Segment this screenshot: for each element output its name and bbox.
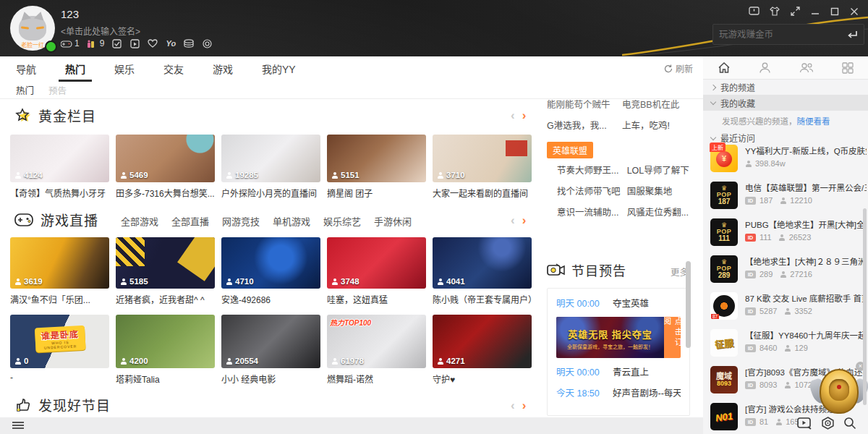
game-category-tag[interactable]: 英雄联盟 xyxy=(547,142,593,158)
channel-item[interactable]: ♛POP187 电信【英雄联盟】第一开黑公会/三角洲 ID187 12210 xyxy=(710,180,866,213)
person-icon xyxy=(226,278,232,285)
video-hall-icon[interactable] xyxy=(797,417,812,430)
section-my-channels[interactable]: 我的频道 xyxy=(703,80,868,95)
tab-hot[interactable]: 热门 xyxy=(65,61,85,76)
live-card[interactable]: 20554 小小 经典电影 xyxy=(221,315,320,385)
subtab-hot[interactable]: 热门 xyxy=(16,83,34,97)
tab-entertainment[interactable]: 娱乐 xyxy=(114,61,135,76)
channel-item[interactable]: 87 87 K歌 交友 Live 底薪招歌手 首页排行 ID5287 3352 xyxy=(710,291,866,324)
tab-games[interactable]: 游戏 xyxy=(213,61,233,76)
mini-mode-icon[interactable] xyxy=(790,6,801,17)
live-card[interactable]: 4200 塔莉娅Talia xyxy=(116,315,215,385)
live-card[interactable]: 热力TOP100 61978 燃舞蹈-诺然 xyxy=(327,315,426,385)
next-arrow-icon[interactable]: › xyxy=(522,109,527,122)
coins-icon[interactable] xyxy=(183,38,195,48)
main-scrollbar-thumb[interactable] xyxy=(686,261,691,348)
topic-row: G港选我，我... 上车，吃鸡! xyxy=(547,116,690,137)
topic-item[interactable]: 打野带飞全场 xyxy=(557,224,627,227)
subtab-preview[interactable]: 预告 xyxy=(48,83,67,97)
signature-input[interactable]: <单击此处输入签名> xyxy=(61,25,140,37)
menu-icon[interactable] xyxy=(12,422,24,423)
topic-item[interactable]: LOL导师了解下 xyxy=(627,161,690,182)
live-card[interactable]: 5185 近猪者疯，近我者甜^ ^ xyxy=(116,237,215,305)
topic-item[interactable]: G港选我，我... xyxy=(547,116,622,137)
game-tab-variety[interactable]: 娱乐综艺 xyxy=(323,214,361,228)
channel-item[interactable]: ♛POP289 【绝地求生】[大神]２８９三角洲/联盟/ ID289 27216 xyxy=(710,254,866,287)
game-tab-mobile[interactable]: 手游休闲 xyxy=(374,214,412,228)
minimize-button[interactable] xyxy=(810,7,820,17)
sidebar-scrollbar-thumb[interactable] xyxy=(863,208,867,405)
tab-friends[interactable]: 交友 xyxy=(163,61,184,76)
maximize-button[interactable] xyxy=(830,7,840,17)
refresh-button[interactable]: 刷新 xyxy=(664,62,693,75)
channel-id-icon: ID xyxy=(745,271,756,278)
subscribe-banner[interactable]: 英雄无限 指尖夺宝 全新保皇游戏，寻宝之旅，一触即发！ 点击订阅 xyxy=(556,317,681,358)
tab-navigation[interactable]: 导航 xyxy=(16,61,36,76)
chevron-down-icon xyxy=(710,99,716,105)
live-card[interactable]: 3748 哇塞，这妞真猛 xyxy=(327,237,426,305)
topic-item[interactable]: 上车，吃鸡! xyxy=(622,116,690,137)
gift-badge-icon[interactable] xyxy=(86,38,98,48)
live-card[interactable]: 4124 【奇领】气质热舞小牙牙 xyxy=(10,135,109,199)
next-arrow-icon[interactable]: › xyxy=(522,214,527,226)
prev-arrow-icon[interactable]: ‹ xyxy=(511,399,515,412)
prev-arrow-icon[interactable]: ‹ xyxy=(511,214,515,226)
live-card[interactable]: 5469 田多多-7316大舞台想笑... xyxy=(116,135,215,199)
live-card[interactable]: 谁是卧底WHO IS UNDERCOVER 0 - xyxy=(10,315,109,383)
discover-target-icon[interactable] xyxy=(821,417,835,430)
game-tab-all-live[interactable]: 全部直播 xyxy=(171,214,209,228)
topic-item[interactable]: 风骚走位秀翻... xyxy=(627,203,690,224)
preview-item[interactable]: 今天 18:50 好声音剧场--每天24小... xyxy=(556,386,681,401)
search-icon[interactable] xyxy=(843,417,856,430)
next-arrow-icon[interactable]: › xyxy=(522,399,527,412)
channel-item[interactable]: 上新 ¥ YY福利大厅-新版上线，Q币皮肤免费领 398.84w xyxy=(710,143,866,176)
topic-item[interactable]: 节奏大师野王... xyxy=(557,161,627,182)
live-title: 小小 经典电影 xyxy=(221,373,320,385)
tab-contacts[interactable] xyxy=(744,56,786,79)
section-my-favorites[interactable]: 我的收藏 xyxy=(703,95,868,111)
chevron-right-icon xyxy=(710,84,716,90)
live-card[interactable]: 4710 安逸-492686 xyxy=(221,237,320,305)
topic-item[interactable]: 意识一流辅助... xyxy=(557,203,627,224)
channel-icon: ♛POP289 xyxy=(710,255,738,283)
topic-item[interactable]: 国服聚集地 xyxy=(627,182,690,203)
browse-link[interactable]: 随便看看 xyxy=(797,117,830,126)
prev-arrow-icon[interactable]: ‹ xyxy=(511,109,515,122)
game-controller-icon[interactable] xyxy=(61,38,72,48)
tab-apps-grid[interactable] xyxy=(827,56,868,79)
game-tab-online[interactable]: 网游竞技 xyxy=(222,214,260,228)
close-button[interactable] xyxy=(849,7,859,17)
live-card[interactable]: 3619 满汉°鱼不归「乐团... xyxy=(10,237,109,305)
tab-home[interactable] xyxy=(703,56,744,79)
task-check-icon[interactable] xyxy=(111,38,122,48)
search-enter-icon[interactable] xyxy=(846,30,858,39)
tab-my-yy[interactable]: 我的YY xyxy=(262,61,296,76)
live-thumbnail: 热力TOP100 61978 xyxy=(327,315,426,368)
target-circle-icon[interactable] xyxy=(201,38,213,48)
channel-item[interactable]: ♛POP111 PUBG【绝地求生】开黑[大神]全网第一 ID111 26523 xyxy=(710,217,866,250)
yo-icon[interactable]: Yo xyxy=(165,38,176,48)
live-card[interactable]: 4271 守护♥ xyxy=(433,315,532,385)
video-channel-icon[interactable] xyxy=(129,38,140,48)
topic-item[interactable]: 电竞BB机在此 xyxy=(622,100,690,116)
live-card[interactable]: 5151 摘星阁 团子 xyxy=(327,135,426,199)
channel-item[interactable]: 征服 【征服】YY8460十九周年庆一起闯荡19 ID8460 129 xyxy=(710,328,866,361)
preview-item[interactable]: 明天 00:00 夺宝英雄 xyxy=(556,297,681,311)
topic-item[interactable]: 找个法师带飞吧 xyxy=(557,182,627,203)
live-card[interactable]: 3710 大家一起来看剧的直播间 xyxy=(433,135,532,199)
skin-theme-icon[interactable] xyxy=(769,6,780,17)
topic-item[interactable]: 我在黑色玫瑰... xyxy=(627,224,690,227)
live-card[interactable]: 19285 户外探险小月亮的直播间 xyxy=(221,135,320,199)
topic-item[interactable]: 能刚能苟个贼牛 xyxy=(547,100,622,116)
game-tab-single[interactable]: 单机游戏 xyxy=(273,214,310,228)
live-card[interactable]: 4041 陈小贱（帝王套专属用户） xyxy=(433,237,532,305)
search-input[interactable] xyxy=(713,30,846,40)
tab-groups[interactable] xyxy=(786,56,827,79)
game-tab-all-games[interactable]: 全部游戏 xyxy=(121,214,158,228)
preview-item[interactable]: 明天 00:00 青云直上 xyxy=(556,365,681,380)
subscribe-button[interactable]: 点击订阅 xyxy=(664,317,681,358)
medal-badge[interactable] xyxy=(812,366,867,420)
feedback-icon[interactable] xyxy=(749,6,760,17)
channel-icon: 87 xyxy=(710,292,738,320)
heart-icon[interactable] xyxy=(147,38,158,48)
